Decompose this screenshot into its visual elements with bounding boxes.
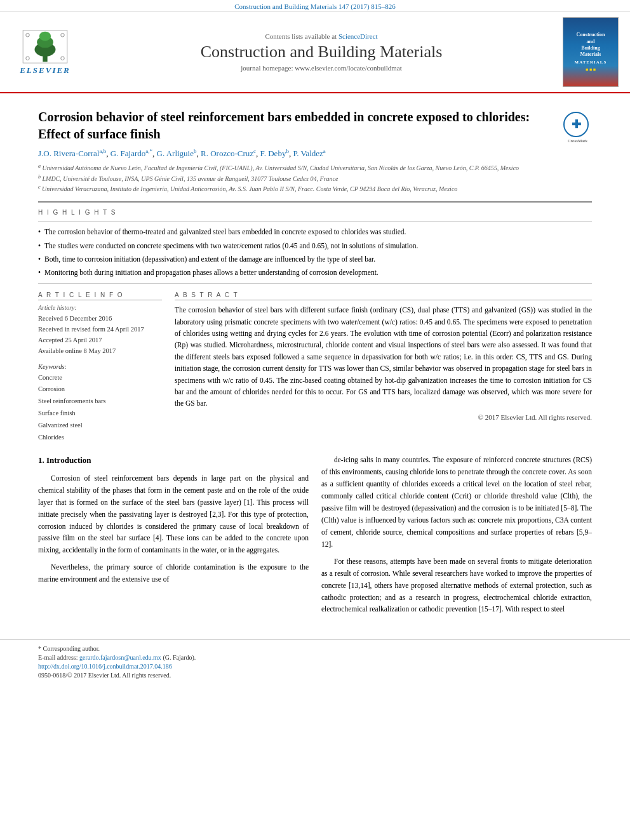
highlights-label: H I G H L I G H T S <box>38 209 592 216</box>
section-divider <box>38 201 592 203</box>
svg-point-3 <box>39 31 51 41</box>
corresponding-note: * Corresponding author. <box>38 645 592 652</box>
journal-title-main: Construction and Building Materials <box>86 43 556 62</box>
highlight-item-4: Monitoring both during initiation and pr… <box>38 267 592 278</box>
keyword-6: Chlorides <box>38 432 162 444</box>
crossmark-widget[interactable]: ✚ CrossMark <box>563 112 592 140</box>
abstract-column: A B S T R A C T The corrosion behavior o… <box>175 291 592 444</box>
body-text-columns: 1. Introduction Corrosion of steel reinf… <box>38 454 592 621</box>
body-para-right-1: de-icing salts in many countries. The ex… <box>321 454 592 550</box>
article-title: Corrosion behavior of steel reinforcemen… <box>38 109 563 143</box>
keywords-label: Keywords: <box>38 363 162 370</box>
footer: * Corresponding author. E-mail address: … <box>0 639 630 681</box>
keyword-1: Concrete <box>38 372 162 384</box>
svg-point-6 <box>26 57 30 60</box>
article-info-column: A R T I C L E I N F O Article history: R… <box>38 291 162 444</box>
article-history-label: Article history: <box>38 304 162 311</box>
journal-title-area: Contents lists available at ScienceDirec… <box>80 32 563 72</box>
keyword-2: Corrosion <box>38 383 162 396</box>
elsevier-logo-area: ELSEVIER <box>10 29 80 76</box>
received-date: Received 6 December 2016 <box>38 314 162 324</box>
authors-line: J.O. Rivera-Corrala,b, G. Fajardoa,*, G.… <box>38 148 592 159</box>
journal-citation: Construction and Building Materials 147 … <box>234 3 396 10</box>
keyword-5: Galvanized steel <box>38 420 162 432</box>
science-direct-anchor[interactable]: ScienceDirect <box>338 32 378 40</box>
doi-link[interactable]: http://dx.doi.org/10.1016/j.conbuildmat.… <box>38 663 172 670</box>
svg-point-4 <box>26 33 30 37</box>
revised-date: Received in revised form 24 April 2017 <box>38 324 162 335</box>
highlights-bottom-divider <box>38 283 592 284</box>
doi-line: http://dx.doi.org/10.1016/j.conbuildmat.… <box>38 663 592 670</box>
online-date: Available online 8 May 2017 <box>38 346 162 357</box>
abstract-copyright: © 2017 Elsevier Ltd. All rights reserved… <box>175 413 592 421</box>
elsevier-wordmark: ELSEVIER <box>20 65 70 76</box>
keyword-4: Surface finish <box>38 408 162 420</box>
email-link[interactable]: gerardo.fajardosn@uanl.edu.mx <box>79 654 161 661</box>
highlights-top-divider <box>38 221 592 222</box>
affiliations: a Universidad Autónoma de Nuevo León, Fa… <box>38 163 592 194</box>
highlight-item-1: The corrosion behavior of thermo-treated… <box>38 227 592 237</box>
keyword-3: Steel reinforcements bars <box>38 396 162 408</box>
abstract-label: A B S T R A C T <box>175 291 592 300</box>
journal-homepage: journal homepage: www.elsevier.com/locat… <box>86 64 556 72</box>
body-para-1: Corrosion of steel reinforcement bars de… <box>38 472 309 557</box>
journal-strip: Construction and Building Materials 147 … <box>0 0 630 12</box>
body-col-right: de-icing salts in many countries. The ex… <box>321 454 592 621</box>
body-para-2: Nevertheless, the primary source of chlo… <box>38 561 309 585</box>
svg-point-5 <box>61 33 65 37</box>
issn-text: 0950-0618/© 2017 Elsevier Ltd. All right… <box>38 672 592 679</box>
journal-cover: ConstructionandBuildingMaterials MATERIA… <box>563 17 620 87</box>
email-line: E-mail address: gerardo.fajardosn@uanl.e… <box>38 654 592 661</box>
cover-subtitle: MATERIALS <box>575 60 607 65</box>
cover-title: ConstructionandBuildingMaterials <box>577 32 605 58</box>
journal-header: ELSEVIER Contents lists available at Sci… <box>0 12 630 93</box>
svg-point-7 <box>61 57 65 60</box>
paper-body: Corrosion behavior of steel reinforcemen… <box>0 93 630 633</box>
highlight-item-3: Both, time to corrosion initiation (depa… <box>38 254 592 265</box>
article-info-label: A R T I C L E I N F O <box>38 291 162 300</box>
science-direct-link: Contents lists available at ScienceDirec… <box>86 32 556 40</box>
accepted-date: Accepted 25 April 2017 <box>38 335 162 346</box>
article-info-abstract-cols: A R T I C L E I N F O Article history: R… <box>38 291 592 444</box>
article-title-section: Corrosion behavior of steel reinforcemen… <box>38 103 592 143</box>
abstract-text: The corrosion behavior of steel bars wit… <box>175 304 592 410</box>
body-col-left: 1. Introduction Corrosion of steel reinf… <box>38 454 309 621</box>
highlights-list: The corrosion behavior of thermo-treated… <box>38 227 592 278</box>
body-para-right-2: For these reasons, attempts have been ma… <box>321 556 592 616</box>
highlight-item-2: The studies were conducted on concrete s… <box>38 241 592 251</box>
section-1-title: 1. Introduction <box>38 454 309 467</box>
elsevier-tree-icon <box>20 29 70 64</box>
